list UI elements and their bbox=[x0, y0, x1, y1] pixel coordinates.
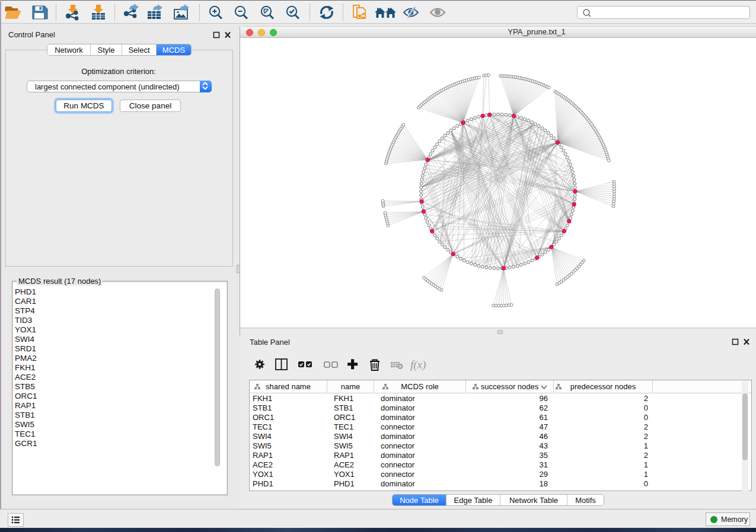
svg-text:f(x): f(x) bbox=[410, 358, 426, 371]
